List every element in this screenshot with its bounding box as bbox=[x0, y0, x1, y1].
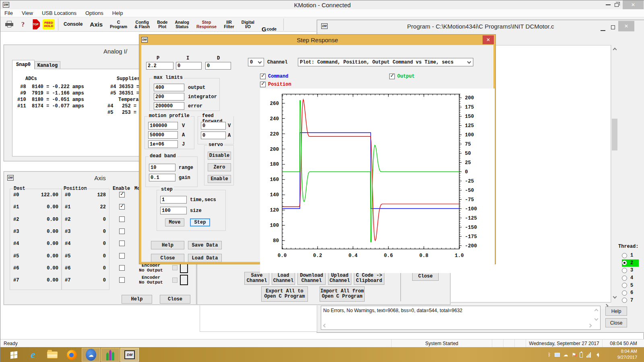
axis-enable-checkbox[interactable] bbox=[119, 265, 125, 271]
servo-enable-button[interactable]: Enable bbox=[208, 175, 231, 183]
export-all-button[interactable]: Export All toOpen C Program bbox=[261, 286, 308, 302]
step-button[interactable]: Step bbox=[190, 218, 210, 226]
toolbar-step-response-button[interactable]: StepResponse bbox=[193, 18, 220, 31]
plot-mode-select[interactable]: Plot: Command, Position, Output Command … bbox=[298, 58, 473, 66]
save-channel-button[interactable]: SaveChannel bbox=[244, 272, 269, 285]
taskbar-explorer[interactable] bbox=[43, 348, 62, 362]
menu-file[interactable]: File bbox=[4, 10, 13, 16]
load-channel-button[interactable]: LoadChannel bbox=[272, 272, 295, 285]
ff-accel-input[interactable] bbox=[201, 132, 226, 139]
axis-enable-checkbox[interactable] bbox=[119, 253, 125, 259]
taskbar-clock[interactable]: 8:04 AM 9/27/2017 bbox=[617, 348, 637, 360]
axis-enable-checkbox[interactable] bbox=[119, 204, 125, 210]
move-button[interactable]: Move bbox=[165, 218, 184, 226]
toolbar-config-flash-button[interactable]: Config& Flash bbox=[131, 18, 153, 31]
taskbar-firefox[interactable] bbox=[62, 348, 81, 362]
max-integrator-input[interactable] bbox=[154, 93, 184, 101]
toolbar-analog-status-button[interactable]: AnalogStatus bbox=[171, 18, 193, 31]
close-icon[interactable]: ✕ bbox=[623, 0, 644, 9]
scroll-up-icon[interactable] bbox=[613, 48, 617, 52]
servo-disable-button[interactable]: Disable bbox=[208, 152, 231, 160]
import-all-button[interactable]: Import All fromOpen C Program bbox=[320, 286, 365, 302]
position-checkbox-row[interactable]: Position bbox=[260, 80, 291, 88]
program-help-button[interactable]: Help bbox=[605, 306, 627, 316]
output-checkbox-row[interactable]: Output bbox=[389, 72, 415, 80]
axis-enable-checkbox[interactable] bbox=[119, 241, 125, 246]
thread-option[interactable]: 6 bbox=[622, 289, 639, 297]
print-icon[interactable] bbox=[5, 21, 14, 28]
feed-hold-icon[interactable]: FEEDHOLD bbox=[43, 19, 55, 29]
dialog-help-button[interactable]: Help bbox=[151, 241, 184, 249]
volume-icon[interactable]: ) bbox=[594, 352, 599, 357]
status-scroll-down-icon[interactable] bbox=[594, 317, 599, 321]
menu-help[interactable]: Help bbox=[112, 10, 123, 16]
taskbar-weather-app[interactable]: ☁ bbox=[82, 348, 100, 362]
monitor-checkbox[interactable] bbox=[172, 278, 178, 283]
network-signal-icon[interactable] bbox=[586, 352, 591, 358]
toolbar-g-code-button[interactable]: Gcode bbox=[258, 18, 280, 31]
save-data-button[interactable]: Save Data bbox=[188, 241, 222, 249]
restore-icon[interactable] bbox=[615, 3, 619, 7]
command-checkbox-row[interactable]: Command bbox=[260, 72, 288, 80]
dialog-close-button[interactable]: Close bbox=[151, 254, 184, 262]
program-close-icon[interactable]: ✕ bbox=[618, 21, 634, 31]
velocity-input[interactable] bbox=[148, 122, 178, 130]
thread-option[interactable]: 7 bbox=[622, 297, 639, 304]
thread-option[interactable]: 5 bbox=[622, 282, 639, 289]
program-close-button[interactable]: Close bbox=[605, 318, 627, 327]
taskbar-charts-app[interactable] bbox=[101, 348, 120, 362]
download-channel-button[interactable]: DownloadChannel bbox=[297, 272, 326, 285]
action-center-flag-icon[interactable]: ⚑✗ bbox=[572, 352, 576, 358]
jerk-input[interactable] bbox=[148, 140, 178, 148]
thread-option-selected[interactable]: 2 bbox=[622, 259, 639, 267]
c-code-clipboard-button[interactable]: C Code ->Clipboard bbox=[354, 272, 384, 285]
monitor-checkbox[interactable] bbox=[172, 265, 178, 270]
program-maximize-icon[interactable] bbox=[611, 24, 615, 31]
menu-options[interactable]: Options bbox=[85, 10, 103, 16]
axis-enable-checkbox[interactable] bbox=[119, 228, 125, 234]
onedrive-cloud-icon[interactable]: ☁ bbox=[564, 352, 568, 358]
start-button[interactable] bbox=[4, 348, 23, 362]
scrollbar-thumb[interactable] bbox=[612, 119, 617, 150]
axis-enable-checkbox[interactable] bbox=[119, 216, 125, 222]
toolbar-axis-button[interactable]: Axis bbox=[86, 18, 106, 31]
channels-close-button[interactable]: Close bbox=[412, 272, 439, 281]
dialog-titlebar[interactable]: DM Step Response ✕ bbox=[139, 35, 495, 45]
p-input[interactable] bbox=[146, 62, 173, 70]
upload-channel-button[interactable]: UploadChannel bbox=[328, 272, 351, 285]
tab-kanalog[interactable]: Kanalog bbox=[35, 61, 60, 69]
bluetooth-icon[interactable]: ᛒ bbox=[548, 352, 551, 358]
max-output-input[interactable] bbox=[154, 84, 184, 91]
channel-select[interactable]: 0 bbox=[248, 58, 264, 66]
scroll-down-icon[interactable] bbox=[613, 295, 617, 299]
deadband-range-input[interactable] bbox=[149, 164, 175, 171]
axis-help-button[interactable]: Help bbox=[122, 295, 152, 304]
taskbar-kmotion[interactable]: DM bbox=[120, 348, 139, 362]
minimize-icon[interactable] bbox=[606, 4, 611, 5]
thread-option[interactable]: 3 bbox=[622, 267, 639, 274]
thread-option[interactable]: 1 bbox=[622, 252, 639, 259]
i-input[interactable] bbox=[176, 62, 202, 70]
axis-enable-checkbox[interactable] bbox=[119, 277, 125, 283]
load-data-button[interactable]: Load Data bbox=[188, 254, 222, 262]
step-time-input[interactable] bbox=[160, 196, 187, 204]
toolbar-digital-io-button[interactable]: DigitalI/O bbox=[238, 18, 258, 31]
display-tray-icon[interactable] bbox=[555, 353, 560, 357]
max-error-input[interactable] bbox=[154, 102, 184, 110]
servo-zero-button[interactable]: Zero bbox=[208, 163, 231, 171]
step-size-input[interactable] bbox=[160, 207, 187, 214]
tab-snap0[interactable]: Snap0 bbox=[12, 60, 35, 69]
battery-icon[interactable] bbox=[580, 352, 583, 358]
deadband-gain-input[interactable] bbox=[149, 174, 175, 181]
editor-vertical-scrollbar[interactable] bbox=[611, 45, 618, 302]
axis-enable-checkbox[interactable] bbox=[119, 192, 125, 197]
help-icon[interactable]: ? bbox=[21, 21, 25, 28]
toolbar-bode-plot-button[interactable]: BodePlot bbox=[153, 18, 171, 31]
status-scroll-right-icon[interactable] bbox=[588, 324, 592, 328]
menu-usb-locations[interactable]: USB Locations bbox=[42, 10, 76, 16]
accel-input[interactable] bbox=[148, 131, 178, 139]
dialog-close-icon[interactable]: ✕ bbox=[483, 35, 494, 44]
taskbar-ie[interactable]: e bbox=[24, 348, 42, 362]
status-scroll-left-icon[interactable] bbox=[323, 324, 327, 328]
program-minimize-icon[interactable] bbox=[601, 25, 605, 33]
